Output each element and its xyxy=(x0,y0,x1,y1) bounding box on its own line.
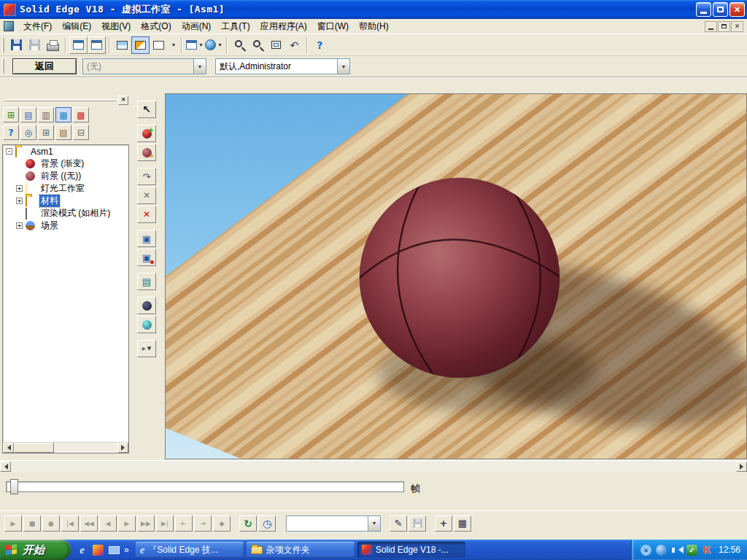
configuration-combobox[interactable]: 默认,Administrator ▼ xyxy=(215,58,350,74)
scroll-right-button[interactable] xyxy=(117,443,128,453)
panel-close-button[interactable]: ✕ xyxy=(118,96,128,105)
print-button[interactable] xyxy=(44,36,62,54)
menu-file[interactable]: 文件(F) xyxy=(18,19,57,34)
keyframe-button[interactable]: ◆ xyxy=(213,516,231,532)
3d-viewport[interactable] xyxy=(165,93,747,459)
menu-help[interactable]: 帮助(H) xyxy=(354,19,394,34)
stack-display-button[interactable]: ▥ xyxy=(38,107,54,122)
task-button-browser[interactable]: e 『Solid Edge 技... xyxy=(136,542,244,558)
expand-icon[interactable]: + xyxy=(16,198,23,204)
task-button-solidedge[interactable]: Solid Edge V18 -... xyxy=(357,542,465,558)
menu-edit[interactable]: 编辑(E) xyxy=(57,19,96,34)
loop-playback-button[interactable]: ↻ xyxy=(239,516,257,532)
save-animation-button[interactable] xyxy=(409,516,426,532)
frame-slider-thumb[interactable] xyxy=(10,479,18,494)
animation-combobox[interactable]: ▼ xyxy=(286,516,381,532)
quicklaunch-app-button[interactable] xyxy=(92,544,104,556)
step-forward-button[interactable]: ▶ xyxy=(118,516,136,532)
mdi-minimize-button[interactable] xyxy=(705,21,717,32)
tree-foreground-label[interactable]: 前景 ((无)) xyxy=(39,170,82,182)
colors-button[interactable]: ▩ xyxy=(73,107,89,122)
basketball-sphere[interactable] xyxy=(360,178,560,378)
menu-view[interactable]: 视图(V) xyxy=(96,19,136,34)
scroll-right-button[interactable] xyxy=(736,462,747,472)
menu-tools[interactable]: 工具(T) xyxy=(216,19,255,34)
fast-back-button[interactable]: ◀◀ xyxy=(80,516,98,532)
preset-combobox[interactable]: (无) ▼ xyxy=(82,58,206,74)
combo-arrow-icon[interactable]: ▼ xyxy=(193,59,206,74)
go-end-button[interactable]: ▶| xyxy=(156,516,174,532)
stop-button[interactable]: ■ xyxy=(23,516,41,532)
loop-end-button[interactable]: ⇥ xyxy=(194,516,212,532)
add-display-button[interactable]: ⊞ xyxy=(3,107,19,122)
menu-format[interactable]: 格式(O) xyxy=(136,19,176,34)
copy-entity-button[interactable]: ▣ xyxy=(137,230,156,247)
tray-antivirus-icon[interactable]: ✓ xyxy=(686,545,697,556)
add-event-button[interactable]: + xyxy=(435,516,452,532)
view-shaded-button[interactable] xyxy=(88,36,106,54)
tray-network-icon[interactable] xyxy=(656,545,667,556)
task-button-folder[interactable]: 杂项文件夹 xyxy=(247,542,355,558)
toolbar-grip[interactable] xyxy=(2,59,4,74)
select-tool-button[interactable]: ↖ xyxy=(137,101,156,118)
frame-slider-track[interactable] xyxy=(6,481,404,492)
menu-applications[interactable]: 应用程序(A) xyxy=(255,19,312,34)
view-window-button[interactable] xyxy=(69,36,88,54)
tree-row-foreground[interactable]: 前景 ((无)) xyxy=(3,170,128,182)
scrollbar-thumb[interactable] xyxy=(14,443,54,453)
scene-background-button[interactable] xyxy=(113,36,131,54)
quicklaunch-ie-button[interactable]: e xyxy=(76,544,88,556)
layers-button[interactable]: ▦ xyxy=(55,107,71,122)
mdi-close-button[interactable]: ✕ xyxy=(731,21,743,32)
start-button[interactable]: 开始 xyxy=(0,540,71,560)
tree-horizontal-scrollbar[interactable] xyxy=(3,442,128,453)
tree-row-materials[interactable]: + 材料 xyxy=(3,195,128,207)
scene-render-button[interactable] xyxy=(131,36,150,54)
zoom-button[interactable] xyxy=(249,36,267,54)
edit-script-button[interactable]: ✎ xyxy=(390,516,407,532)
tree-background-label[interactable]: 背景 (渐变) xyxy=(39,158,85,170)
target-button[interactable]: ◎ xyxy=(20,125,36,140)
tree-root-label[interactable]: Asm1 xyxy=(29,147,55,157)
library-button[interactable]: ▤ xyxy=(55,125,71,140)
previous-view-button[interactable]: ↶ xyxy=(285,36,303,54)
combo-arrow-icon[interactable]: ▼ xyxy=(337,59,349,74)
document-icon[interactable] xyxy=(4,21,14,31)
step-back-button[interactable]: ◀ xyxy=(99,516,117,532)
tray-hide-chevron[interactable]: « xyxy=(640,545,651,556)
delete-button[interactable]: ✕ xyxy=(137,206,156,223)
quicklaunch-overflow-chevron[interactable]: » xyxy=(124,545,129,555)
context-help-button[interactable]: ? xyxy=(311,36,329,54)
mdi-restore-button[interactable] xyxy=(718,21,730,32)
menu-animation[interactable]: 动画(N) xyxy=(177,19,217,34)
tree-rendermode-label[interactable]: 渲染模式 (如相片) xyxy=(39,207,112,219)
save-as-button[interactable] xyxy=(26,36,44,54)
go-start-button[interactable]: |◀ xyxy=(61,516,79,532)
expand-icon[interactable]: + xyxy=(16,222,23,229)
detach-button[interactable]: ✕ xyxy=(137,187,156,204)
menu-window[interactable]: 窗口(W) xyxy=(312,19,354,34)
collapse-icon[interactable]: - xyxy=(6,148,12,155)
minimize-button[interactable] xyxy=(696,2,711,17)
render-animation-button[interactable]: ▦ xyxy=(454,516,471,532)
scene-plain-button[interactable] xyxy=(150,36,168,54)
display-mode-button[interactable]: ▼ xyxy=(185,36,204,54)
combo-arrow-icon[interactable]: ▼ xyxy=(368,516,380,531)
tree-scene-label[interactable]: 场景 xyxy=(39,219,60,232)
render-setup-button[interactable]: ▤ xyxy=(137,273,156,290)
tray-volume-icon[interactable] xyxy=(671,545,682,556)
tree-row-lightstudio[interactable]: + 灯光工作室 xyxy=(3,182,128,195)
viewport-horizontal-scrollbar[interactable] xyxy=(0,460,747,472)
tray-kaspersky-icon[interactable]: K xyxy=(702,545,713,556)
render-mode-button[interactable]: ▼ xyxy=(204,36,223,54)
preview-button[interactable] xyxy=(137,316,156,333)
fit-view-button[interactable] xyxy=(267,36,285,54)
tree-row-rendermode[interactable]: 渲染模式 (如相片) xyxy=(3,207,128,219)
tree-materials-label[interactable]: 材料 xyxy=(39,195,60,207)
maximize-button[interactable] xyxy=(713,2,728,17)
export-button[interactable]: ⊟ xyxy=(73,125,89,140)
realtime-clock-button[interactable]: ◷ xyxy=(258,516,276,532)
back-button[interactable]: 返回 xyxy=(12,58,77,74)
quicklaunch-show-desktop-button[interactable] xyxy=(108,544,120,556)
tree-row-background[interactable]: 背景 (渐变) xyxy=(3,158,128,170)
